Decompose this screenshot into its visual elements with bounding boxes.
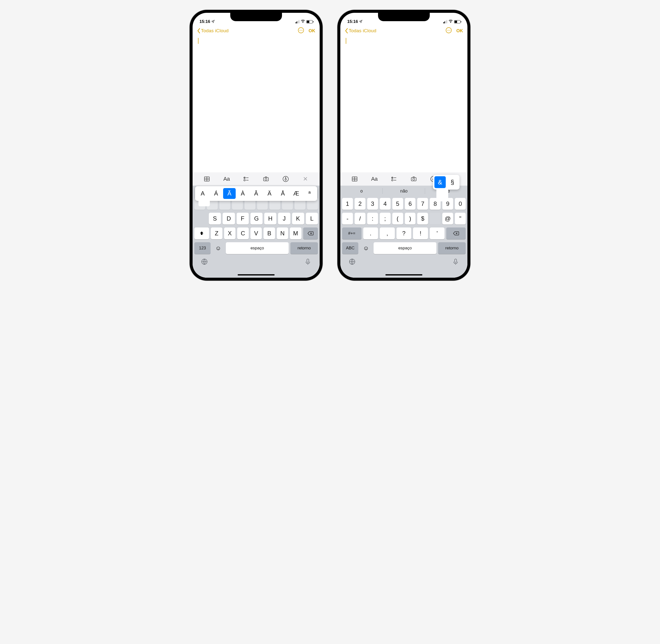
accent-ae[interactable]: Æ: [290, 188, 302, 199]
key-v[interactable]: V: [250, 228, 262, 239]
popup-amp[interactable]: &: [434, 176, 446, 188]
key-h[interactable]: H: [264, 213, 276, 225]
symbol-popup[interactable]: & §: [433, 175, 459, 189]
key-n[interactable]: N: [277, 228, 288, 239]
return-key[interactable]: retorno: [290, 242, 318, 254]
key-5[interactable]: 5: [392, 198, 403, 210]
space-key[interactable]: espaço: [373, 242, 436, 254]
shift-key[interactable]: [194, 228, 209, 239]
symbols-key[interactable]: #+=: [342, 228, 362, 239]
key-z[interactable]: Z: [211, 228, 222, 239]
accent-a[interactable]: A: [197, 188, 209, 199]
text-style-icon[interactable]: Aa: [371, 176, 378, 182]
key-f[interactable]: F: [237, 213, 249, 225]
mic-icon[interactable]: [452, 258, 459, 266]
note-body[interactable]: [340, 37, 468, 172]
svg-rect-7: [264, 178, 269, 181]
abc-key[interactable]: ABC: [342, 242, 358, 254]
key-dash[interactable]: -: [342, 213, 353, 225]
key-s[interactable]: S: [209, 213, 221, 225]
navbar: Todas iCloud OK: [340, 25, 468, 37]
svg-rect-19: [411, 178, 416, 181]
key-7[interactable]: 7: [417, 198, 428, 210]
key-4[interactable]: 4: [380, 198, 391, 210]
accent-popup[interactable]: A Á Ã À Â Ä Å Æ ª: [195, 186, 317, 201]
screen: 15:16 Todas iCloud OK Aa: [340, 13, 468, 278]
key-3[interactable]: 3: [367, 198, 378, 210]
checklist-icon[interactable]: [243, 176, 250, 182]
key-semicolon[interactable]: ;: [380, 213, 391, 225]
accent-a-ring[interactable]: Å: [277, 188, 289, 199]
more-icon[interactable]: [446, 27, 452, 35]
accent-a-grave[interactable]: À: [237, 188, 249, 199]
suggest-1[interactable]: o: [340, 186, 383, 197]
key-rparen[interactable]: ): [405, 213, 416, 225]
key-x[interactable]: X: [224, 228, 235, 239]
back-button[interactable]: Todas iCloud: [197, 28, 229, 33]
checklist-icon[interactable]: [390, 176, 398, 182]
key-comma[interactable]: ,: [380, 228, 395, 239]
ok-button[interactable]: OK: [456, 28, 463, 33]
backspace-key[interactable]: [446, 228, 466, 239]
key-b[interactable]: B: [264, 228, 275, 239]
key-1[interactable]: 1: [342, 198, 353, 210]
key-quote[interactable]: ": [455, 213, 466, 225]
key-question[interactable]: ?: [396, 228, 411, 239]
key-apos[interactable]: ': [430, 228, 445, 239]
key-colon[interactable]: :: [367, 213, 378, 225]
svg-point-6: [244, 180, 245, 181]
accent-a-uml[interactable]: Ä: [263, 188, 276, 199]
key-m[interactable]: M: [290, 228, 301, 239]
key-d[interactable]: D: [223, 213, 235, 225]
note-body[interactable]: [192, 37, 320, 172]
key-0[interactable]: 0: [455, 198, 466, 210]
markup-icon[interactable]: [282, 176, 289, 182]
accent-a-acute[interactable]: Á: [210, 188, 222, 199]
text-style-icon[interactable]: Aa: [223, 176, 230, 182]
suggest-2[interactable]: não: [383, 186, 425, 197]
key-j[interactable]: J: [278, 213, 290, 225]
accent-a-circ[interactable]: Â: [250, 188, 262, 199]
emoji-key[interactable]: ☺: [360, 242, 372, 254]
key-period[interactable]: .: [363, 228, 378, 239]
svg-point-2: [301, 30, 301, 30]
key-2[interactable]: 2: [355, 198, 365, 210]
back-button[interactable]: Todas iCloud: [345, 28, 376, 33]
space-key[interactable]: espaço: [226, 242, 289, 254]
return-key[interactable]: retorno: [438, 242, 466, 254]
popup-section[interactable]: §: [447, 176, 458, 188]
close-icon[interactable]: ✕: [302, 176, 309, 182]
camera-icon[interactable]: [410, 176, 417, 182]
accent-ord[interactable]: ª: [303, 188, 316, 199]
table-icon[interactable]: [351, 176, 358, 182]
globe-icon[interactable]: [349, 258, 356, 266]
svg-rect-11: [307, 259, 309, 262]
home-indicator[interactable]: [385, 274, 422, 275]
navbar: Todas iCloud OK: [192, 25, 320, 37]
key-amp[interactable]: [430, 213, 440, 225]
key-slash[interactable]: /: [355, 213, 365, 225]
ok-button[interactable]: OK: [309, 28, 315, 33]
accent-a-tilde[interactable]: Ã: [223, 188, 235, 199]
numeric-key[interactable]: 123: [194, 242, 210, 254]
key-lparen[interactable]: (: [392, 213, 403, 225]
svg-point-15: [450, 30, 450, 30]
svg-rect-23: [455, 259, 457, 262]
key-dollar[interactable]: $: [417, 213, 428, 225]
mic-icon[interactable]: [304, 258, 311, 266]
emoji-key[interactable]: ☺: [212, 242, 224, 254]
camera-icon[interactable]: [262, 176, 270, 182]
table-icon[interactable]: [203, 176, 210, 182]
home-indicator[interactable]: [238, 274, 275, 275]
key-g[interactable]: G: [250, 213, 263, 225]
key-exclaim[interactable]: !: [413, 228, 428, 239]
key-6[interactable]: 6: [405, 198, 416, 210]
more-icon[interactable]: [298, 27, 304, 35]
backspace-key[interactable]: [303, 228, 318, 239]
notch: [378, 13, 430, 21]
key-k[interactable]: K: [292, 213, 304, 225]
globe-icon[interactable]: [201, 258, 208, 266]
key-l[interactable]: L: [306, 213, 318, 225]
key-at[interactable]: @: [442, 213, 453, 225]
key-c[interactable]: C: [237, 228, 249, 239]
